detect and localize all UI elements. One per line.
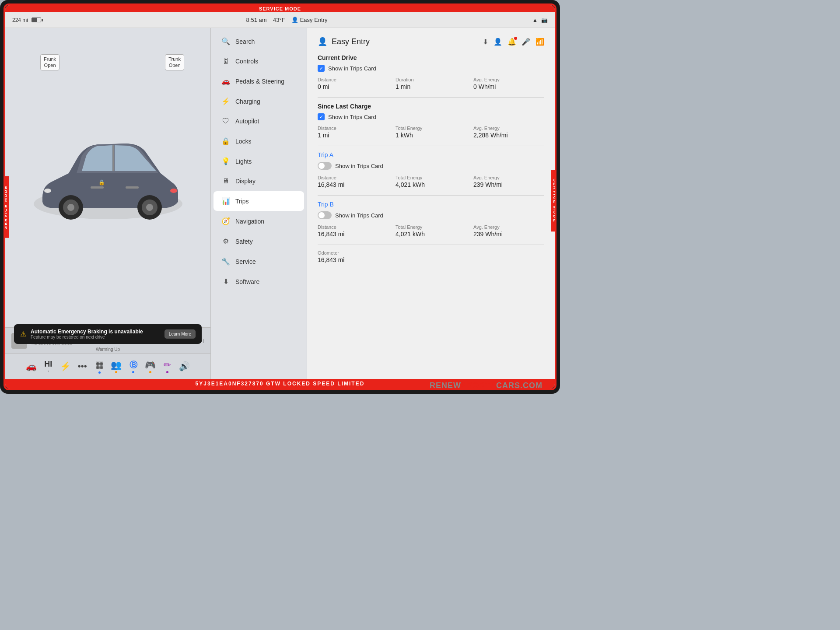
svg-text:🔒: 🔒 [98,179,105,186]
trip-b-avg-energy: Avg. Energy 239 Wh/mi [473,224,544,238]
menu-label-display: Display [235,178,256,185]
pedals-menu-icon: 🚗 [221,77,230,85]
slc-avg-energy: Avg. Energy 2,288 Wh/mi [473,126,544,139]
trip-a-avg-energy: Avg. Energy 239 Wh/mi [473,175,544,188]
service-bottom-bar: 5YJ3E1EA0NF327870 GTW LOCKED SPEED LIMIT… [5,379,555,388]
current-drive-stats: Distance 0 mi Duration 1 min Avg. Energy… [318,77,544,90]
taskbar-more[interactable]: ••• [74,360,91,374]
svg-point-4 [67,204,74,211]
car-illustration: ⚡ 🔒 [25,116,191,239]
menu-label-service: Service [235,258,256,265]
taskbar-hi[interactable]: HI › [40,358,57,375]
current-drive-avg-energy: Avg. Energy 0 Wh/mi [473,77,544,90]
pen-dot [166,371,168,373]
trip-b-checkbox-row[interactable]: Show in Trips Card [318,211,544,219]
menu-label-locks: Locks [235,138,252,145]
menu-label-charging: Charging [235,98,260,105]
car-taskbar-icon: 🚗 [26,361,37,371]
grid-icon: ▦ [95,359,104,371]
trip-a-checkbox-label: Show in Trips Card [335,163,383,169]
locks-menu-icon: 🔒 [221,137,230,145]
trip-b-checkbox-label: Show in Trips Card [335,212,383,219]
autopilot-menu-icon: 🛡 [221,117,230,125]
taskbar-people[interactable]: 👥 [108,358,125,375]
slc-distance: Distance 1 mi [318,126,388,139]
gamepad-dot [149,371,151,373]
controls-menu-icon: 🎛 [221,57,230,65]
menu-item-locks[interactable]: 🔒 Locks [214,131,304,151]
taskbar-grid[interactable]: ▦ [91,357,108,375]
screen: SERVICE MODE 224 mi 8:51 am 43°F 👤 Easy … [5,5,555,388]
taskbar-pen[interactable]: ✏ [159,358,176,375]
trip-a-toggle[interactable] [318,162,332,170]
current-drive-checkbox-row[interactable]: ✓ Show in Trips Card [318,65,544,72]
menu-label-pedals: Pedals & Steering [235,78,284,85]
signal-strength-icon: 📶 [536,38,544,46]
alert-icon: ⚠ [20,330,26,338]
detail-header: 👤 Easy Entry ⬇ 👤 🔔 🎤 📶 [318,37,544,46]
menu-label-navigation: Navigation [235,218,264,225]
service-side-label-right: SERVICE MODE [551,170,555,231]
alert-text: Automatic Emergency Braking is unavailab… [31,329,160,340]
right-area: 🔍 Search 🎛 Controls 🚗 Pedals & Steering … [211,28,555,379]
navigation-menu-icon: 🧭 [221,217,230,225]
menu-item-navigation[interactable]: 🧭 Navigation [214,211,304,231]
device-bezel: SERVICE MODE 224 mi 8:51 am 43°F 👤 Easy … [0,0,560,394]
trip-a-link[interactable]: Trip A [318,151,544,158]
current-drive-distance: Distance 0 mi [318,77,388,90]
menu-item-safety[interactable]: ⚙ Safety [214,231,304,251]
svg-point-11 [44,189,51,193]
menu-item-display[interactable]: 🖥 Display [214,172,304,191]
since-last-charge-checkbox[interactable]: ✓ [318,113,325,120]
microphone-icon: 🎤 [522,38,530,46]
car-view: Frunk Open Trunk Open [5,28,210,327]
trip-b-link[interactable]: Trip B [318,201,544,208]
trip-a-checkbox-row[interactable]: Show in Trips Card [318,162,544,170]
profile-icon: 👤 [291,17,298,23]
trip-a-total-energy: Total Energy 4,021 kWh [396,175,466,188]
menu-item-service[interactable]: 🔧 Service [214,252,304,271]
current-drive-checkbox[interactable]: ✓ [318,65,325,72]
trips-menu-icon: 📊 [221,197,230,205]
svg-point-12 [170,189,177,193]
taskbar-car[interactable]: 🚗 [23,359,40,374]
more-dots-icon: ••• [78,361,87,371]
taskbar-flash[interactable]: ⚡ [57,359,74,374]
menu-item-trips[interactable]: 📊 Trips [214,191,304,211]
pen-icon: ✏ [164,360,171,370]
odometer-row: Odometer 16,843 mi [318,250,544,263]
since-last-charge-checkbox-label: Show in Trips Card [328,114,376,120]
taskbar-bluetooth[interactable]: Ⓑ [125,358,142,375]
svg-rect-8 [91,186,104,189]
bluetooth-icon: Ⓑ [130,360,137,370]
learn-more-button[interactable]: Learn More [164,329,196,339]
taskbar-gamepad[interactable]: 🎮 [142,358,159,375]
trip-a-stats: Distance 16,843 mi Total Energy 4,021 kW… [318,175,544,188]
notification-bell-icon[interactable]: 🔔 [508,38,516,46]
trip-b-distance: Distance 16,843 mi [318,224,388,238]
taskbar-speaker[interactable]: 🔊 [176,359,193,374]
menu-item-pedals[interactable]: 🚗 Pedals & Steering [214,71,304,91]
alert-subtitle: Feature may be restored on next drive [31,335,160,340]
menu-item-controls[interactable]: 🎛 Controls [214,52,304,71]
menu-item-search[interactable]: 🔍 Search [214,32,304,51]
menu-item-charging[interactable]: ⚡ Charging [214,91,304,111]
battery-icon [32,18,41,22]
people-dot [115,371,117,373]
slc-total-energy: Total Energy 1 kWh [396,126,466,139]
svg-rect-9 [126,186,139,189]
divider-1 [318,97,544,98]
since-last-charge-stats: Distance 1 mi Total Energy 1 kWh Avg. En… [318,126,544,139]
flash-icon: ⚡ [60,361,71,371]
display-menu-icon: 🖥 [221,177,230,185]
menu-item-autopilot[interactable]: 🛡 Autopilot [214,112,304,131]
trip-b-toggle[interactable] [318,211,332,219]
odometer: Odometer 16,843 mi [318,250,388,263]
menu-label-autopilot: Autopilot [235,118,259,125]
menu-item-software[interactable]: ⬇ Software [214,272,304,291]
since-last-charge-checkbox-row[interactable]: ✓ Show in Trips Card [318,113,544,120]
menu-item-lights[interactable]: 💡 Lights [214,151,304,171]
left-panel: SERVICE MODE Frunk Open Trunk Open [5,28,211,379]
menu-label-lights: Lights [235,158,252,165]
charging-menu-icon: ⚡ [221,97,230,105]
